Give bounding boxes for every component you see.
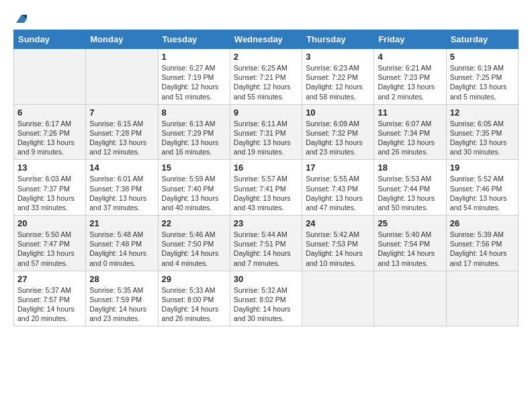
header-sunday: Sunday	[14, 30, 86, 49]
day-number: 15	[162, 163, 226, 173]
calendar-cell: 23Sunrise: 5:44 AMSunset: 7:51 PMDayligh…	[230, 216, 302, 271]
day-number: 25	[378, 218, 442, 228]
cell-content: Sunrise: 5:37 AMSunset: 7:57 PMDaylight:…	[17, 285, 82, 324]
calendar-cell: 19Sunrise: 5:52 AMSunset: 7:46 PMDayligh…	[446, 160, 518, 216]
logo	[13, 13, 28, 23]
cell-content: Sunrise: 5:53 AMSunset: 7:44 PMDaylight:…	[378, 174, 442, 212]
cell-content: Sunrise: 5:40 AMSunset: 7:54 PMDaylight:…	[378, 230, 442, 268]
day-number: 28	[89, 274, 154, 284]
calendar-cell: 11Sunrise: 6:07 AMSunset: 7:34 PMDayligh…	[374, 104, 446, 160]
calendar-cell: 12Sunrise: 6:05 AMSunset: 7:35 PMDayligh…	[446, 104, 518, 160]
calendar-cell: 14Sunrise: 6:01 AMSunset: 7:38 PMDayligh…	[86, 160, 158, 216]
day-number: 2	[234, 52, 298, 62]
week-row-3: 13Sunrise: 6:03 AMSunset: 7:37 PMDayligh…	[14, 160, 519, 216]
calendar-cell: 4Sunrise: 6:21 AMSunset: 7:23 PMDaylight…	[374, 49, 446, 105]
calendar-cell: 20Sunrise: 5:50 AMSunset: 7:47 PMDayligh…	[14, 216, 86, 271]
calendar-table: SundayMondayTuesdayWednesdayThursdayFrid…	[13, 30, 519, 326]
calendar-cell: 16Sunrise: 5:57 AMSunset: 7:41 PMDayligh…	[230, 160, 302, 216]
calendar-cell: 29Sunrise: 5:33 AMSunset: 8:00 PMDayligh…	[158, 271, 230, 326]
cell-content: Sunrise: 6:23 AMSunset: 7:22 PMDaylight:…	[306, 63, 370, 101]
day-number: 8	[162, 107, 226, 118]
cell-content: Sunrise: 5:50 AMSunset: 7:47 PMDaylight:…	[17, 230, 82, 268]
day-number: 23	[234, 218, 298, 228]
day-number: 19	[450, 163, 515, 173]
day-number: 12	[450, 107, 515, 118]
calendar-cell: 25Sunrise: 5:40 AMSunset: 7:54 PMDayligh…	[374, 216, 446, 271]
cell-content: Sunrise: 5:59 AMSunset: 7:40 PMDaylight:…	[162, 174, 226, 212]
day-number: 14	[89, 163, 154, 173]
cell-content: Sunrise: 5:46 AMSunset: 7:50 PMDaylight:…	[162, 230, 226, 268]
day-number: 4	[378, 52, 442, 62]
cell-content: Sunrise: 6:27 AMSunset: 7:19 PMDaylight:…	[162, 63, 226, 101]
calendar-cell: 1Sunrise: 6:27 AMSunset: 7:19 PMDaylight…	[158, 49, 230, 105]
calendar-cell: 13Sunrise: 6:03 AMSunset: 7:37 PMDayligh…	[14, 160, 86, 216]
day-number: 21	[89, 218, 154, 228]
calendar-cell: 9Sunrise: 6:11 AMSunset: 7:31 PMDaylight…	[230, 104, 302, 160]
day-number: 30	[234, 274, 298, 284]
header-wednesday: Wednesday	[230, 30, 302, 49]
cell-content: Sunrise: 6:03 AMSunset: 7:37 PMDaylight:…	[17, 174, 82, 212]
cell-content: Sunrise: 6:01 AMSunset: 7:38 PMDaylight:…	[89, 174, 154, 212]
cell-content: Sunrise: 5:55 AMSunset: 7:43 PMDaylight:…	[306, 174, 370, 212]
calendar-cell: 17Sunrise: 5:55 AMSunset: 7:43 PMDayligh…	[302, 160, 374, 216]
calendar-cell: 5Sunrise: 6:19 AMSunset: 7:25 PMDaylight…	[446, 49, 518, 105]
day-number: 29	[162, 274, 226, 284]
page-header	[13, 13, 519, 23]
calendar-cell: 18Sunrise: 5:53 AMSunset: 7:44 PMDayligh…	[374, 160, 446, 216]
calendar-cell: 22Sunrise: 5:46 AMSunset: 7:50 PMDayligh…	[158, 216, 230, 271]
calendar-cell	[14, 49, 86, 105]
cell-content: Sunrise: 6:07 AMSunset: 7:34 PMDaylight:…	[378, 119, 442, 157]
calendar-cell: 30Sunrise: 5:32 AMSunset: 8:02 PMDayligh…	[230, 271, 302, 326]
cell-content: Sunrise: 6:13 AMSunset: 7:29 PMDaylight:…	[162, 119, 226, 157]
calendar-cell	[446, 271, 518, 326]
day-number: 10	[306, 107, 370, 118]
day-number: 11	[378, 107, 442, 118]
week-row-5: 27Sunrise: 5:37 AMSunset: 7:57 PMDayligh…	[14, 271, 519, 326]
week-row-1: 1Sunrise: 6:27 AMSunset: 7:19 PMDaylight…	[14, 49, 519, 105]
days-header-row: SundayMondayTuesdayWednesdayThursdayFrid…	[14, 30, 519, 49]
calendar-cell	[86, 49, 158, 105]
header-monday: Monday	[86, 30, 158, 49]
day-number: 27	[17, 274, 82, 284]
cell-content: Sunrise: 5:39 AMSunset: 7:56 PMDaylight:…	[450, 230, 515, 268]
calendar-cell: 28Sunrise: 5:35 AMSunset: 7:59 PMDayligh…	[86, 271, 158, 326]
calendar-cell: 8Sunrise: 6:13 AMSunset: 7:29 PMDaylight…	[158, 104, 230, 160]
day-number: 3	[306, 52, 370, 62]
calendar-cell: 27Sunrise: 5:37 AMSunset: 7:57 PMDayligh…	[14, 271, 86, 326]
day-number: 17	[306, 163, 370, 173]
day-number: 5	[450, 52, 515, 62]
day-number: 13	[17, 163, 82, 173]
header-tuesday: Tuesday	[158, 30, 230, 49]
day-number: 26	[450, 218, 515, 228]
calendar-cell: 6Sunrise: 6:17 AMSunset: 7:26 PMDaylight…	[14, 104, 86, 160]
calendar-cell	[374, 271, 446, 326]
cell-content: Sunrise: 6:09 AMSunset: 7:32 PMDaylight:…	[306, 119, 370, 157]
calendar-cell: 3Sunrise: 6:23 AMSunset: 7:22 PMDaylight…	[302, 49, 374, 105]
day-number: 7	[89, 107, 154, 118]
cell-content: Sunrise: 6:19 AMSunset: 7:25 PMDaylight:…	[450, 63, 515, 101]
calendar-cell: 7Sunrise: 6:15 AMSunset: 7:28 PMDaylight…	[86, 104, 158, 160]
cell-content: Sunrise: 5:42 AMSunset: 7:53 PMDaylight:…	[306, 230, 370, 268]
cell-content: Sunrise: 6:11 AMSunset: 7:31 PMDaylight:…	[234, 119, 298, 157]
calendar-cell: 21Sunrise: 5:48 AMSunset: 7:48 PMDayligh…	[86, 216, 158, 271]
day-number: 9	[234, 107, 298, 118]
calendar-cell: 2Sunrise: 6:25 AMSunset: 7:21 PMDaylight…	[230, 49, 302, 105]
day-number: 6	[17, 107, 82, 118]
day-number: 1	[162, 52, 226, 62]
header-friday: Friday	[374, 30, 446, 49]
cell-content: Sunrise: 5:52 AMSunset: 7:46 PMDaylight:…	[450, 174, 515, 212]
calendar-cell: 24Sunrise: 5:42 AMSunset: 7:53 PMDayligh…	[302, 216, 374, 271]
day-number: 20	[17, 218, 82, 228]
week-row-2: 6Sunrise: 6:17 AMSunset: 7:26 PMDaylight…	[14, 104, 519, 160]
day-number: 24	[306, 218, 370, 228]
cell-content: Sunrise: 5:35 AMSunset: 7:59 PMDaylight:…	[89, 285, 154, 324]
calendar-cell: 10Sunrise: 6:09 AMSunset: 7:32 PMDayligh…	[302, 104, 374, 160]
calendar-cell: 26Sunrise: 5:39 AMSunset: 7:56 PMDayligh…	[446, 216, 518, 271]
cell-content: Sunrise: 5:48 AMSunset: 7:48 PMDaylight:…	[89, 230, 154, 268]
header-thursday: Thursday	[302, 30, 374, 49]
week-row-4: 20Sunrise: 5:50 AMSunset: 7:47 PMDayligh…	[14, 216, 519, 271]
day-number: 22	[162, 218, 226, 228]
cell-content: Sunrise: 6:15 AMSunset: 7:28 PMDaylight:…	[89, 119, 154, 157]
cell-content: Sunrise: 5:32 AMSunset: 8:02 PMDaylight:…	[234, 285, 298, 324]
cell-content: Sunrise: 6:17 AMSunset: 7:26 PMDaylight:…	[17, 119, 82, 157]
